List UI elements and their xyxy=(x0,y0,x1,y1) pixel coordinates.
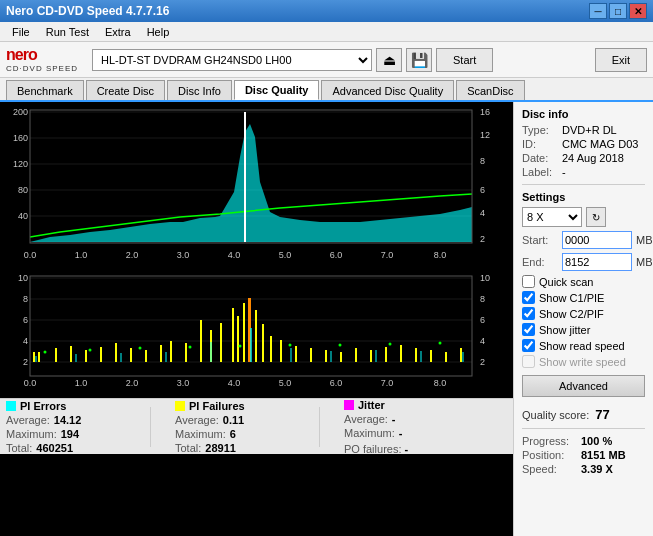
svg-rect-62 xyxy=(130,348,132,362)
svg-rect-76 xyxy=(270,336,272,362)
svg-text:7.0: 7.0 xyxy=(381,250,394,260)
close-button[interactable]: ✕ xyxy=(629,3,647,19)
legend: PI Errors Average: 14.12 Maximum: 194 To… xyxy=(0,398,513,454)
quick-scan-label: Quick scan xyxy=(539,276,593,288)
maximize-button[interactable]: □ xyxy=(609,3,627,19)
right-panel: Disc info Type: DVD+R DL ID: CMC MAG D03… xyxy=(513,102,653,536)
svg-text:5.0: 5.0 xyxy=(279,378,292,388)
svg-text:6: 6 xyxy=(480,315,485,325)
settings-refresh-icon[interactable]: ↻ xyxy=(586,207,606,227)
upper-chart: 200 160 120 80 40 16 12 8 6 4 2 0.0 1.0 … xyxy=(0,102,513,264)
po-failures-label: PO failures: xyxy=(344,443,401,455)
advanced-button[interactable]: Advanced xyxy=(522,375,645,397)
show-c2pif-row: Show C2/PIF xyxy=(522,307,645,320)
svg-text:10: 10 xyxy=(18,273,28,283)
pi-failures-avg-value: 0.11 xyxy=(223,414,244,426)
start-input[interactable] xyxy=(562,231,632,249)
tab-create-disc[interactable]: Create Disc xyxy=(86,80,165,100)
pi-errors-title: PI Errors xyxy=(20,400,66,412)
progress-value: 100 % xyxy=(581,435,612,447)
tab-disc-quality[interactable]: Disc Quality xyxy=(234,80,320,100)
disc-type-value: DVD+R DL xyxy=(562,124,617,136)
menu-help[interactable]: Help xyxy=(139,24,178,40)
svg-rect-103 xyxy=(210,342,212,362)
show-write-speed-checkbox xyxy=(522,355,535,368)
pi-failures-title: PI Failures xyxy=(189,400,245,412)
show-write-speed-label: Show write speed xyxy=(539,356,626,368)
minimize-button[interactable]: ─ xyxy=(589,3,607,19)
position-label: Position: xyxy=(522,449,577,461)
pi-errors-total-label: Total: xyxy=(6,442,32,454)
svg-rect-105 xyxy=(290,348,292,362)
window-controls: ─ □ ✕ xyxy=(589,3,647,19)
svg-rect-67 xyxy=(200,320,202,362)
svg-text:4: 4 xyxy=(23,336,28,346)
disc-id-value: CMC MAG D03 xyxy=(562,138,638,150)
svg-text:0.0: 0.0 xyxy=(24,378,37,388)
position-row: Position: 8151 MB xyxy=(522,449,645,461)
svg-rect-82 xyxy=(355,348,357,362)
svg-rect-100 xyxy=(75,354,77,362)
disc-date-value: 24 Aug 2018 xyxy=(562,152,624,164)
end-input[interactable] xyxy=(562,253,632,271)
lower-chart-svg: 10 8 6 4 2 10 8 6 4 2 0.0 1.0 2.0 3.0 4.… xyxy=(0,268,490,398)
nero-logo-text: nero xyxy=(6,46,78,64)
svg-rect-64 xyxy=(160,345,162,362)
eject-icon[interactable]: ⏏ xyxy=(376,48,402,72)
svg-rect-104 xyxy=(250,328,252,362)
show-c1pie-checkbox[interactable] xyxy=(522,291,535,304)
svg-rect-106 xyxy=(330,351,332,362)
svg-rect-74 xyxy=(255,310,257,362)
drive-selector[interactable]: HL-DT-ST DVDRAM GH24NSD0 LH00 xyxy=(92,49,372,71)
pi-errors-legend: PI Errors Average: 14.12 Maximum: 194 To… xyxy=(6,400,126,454)
po-failures-row: PO failures: - xyxy=(344,443,464,455)
save-icon[interactable]: 💾 xyxy=(406,48,432,72)
nero-logo: nero CD·DVD SPEED xyxy=(6,46,78,73)
svg-text:4: 4 xyxy=(480,336,485,346)
svg-text:10: 10 xyxy=(480,273,490,283)
pi-errors-avg-label: Average: xyxy=(6,414,50,426)
exit-button[interactable]: Exit xyxy=(595,48,647,72)
svg-rect-72 xyxy=(243,303,245,362)
po-failures-value: - xyxy=(405,443,409,455)
svg-rect-101 xyxy=(120,353,122,362)
disc-info-title: Disc info xyxy=(522,108,645,120)
svg-rect-70 xyxy=(232,308,234,362)
menu-file[interactable]: File xyxy=(4,24,38,40)
svg-text:4: 4 xyxy=(480,208,485,218)
svg-text:2: 2 xyxy=(23,357,28,367)
jitter-title: Jitter xyxy=(358,399,385,411)
svg-text:8.0: 8.0 xyxy=(434,378,447,388)
quick-scan-checkbox[interactable] xyxy=(522,275,535,288)
disc-label-value: - xyxy=(562,166,566,178)
progress-label: Progress: xyxy=(522,435,577,447)
svg-text:3.0: 3.0 xyxy=(177,378,190,388)
svg-text:2.0: 2.0 xyxy=(126,378,139,388)
menu-extra[interactable]: Extra xyxy=(97,24,139,40)
disc-label-label: Label: xyxy=(522,166,558,178)
speed-row: 8 X 4 X 2 X MAX ↻ xyxy=(522,207,645,227)
tab-disc-info[interactable]: Disc Info xyxy=(167,80,232,100)
svg-rect-99 xyxy=(35,356,37,362)
tab-benchmark[interactable]: Benchmark xyxy=(6,80,84,100)
show-jitter-checkbox[interactable] xyxy=(522,323,535,336)
svg-rect-77 xyxy=(280,340,282,362)
tab-scan-disc[interactable]: ScanDisc xyxy=(456,80,524,100)
pi-failures-total-label: Total: xyxy=(175,442,201,454)
tab-advanced-disc-quality[interactable]: Advanced Disc Quality xyxy=(321,80,454,100)
start-button[interactable]: Start xyxy=(436,48,493,72)
menu-run-test[interactable]: Run Test xyxy=(38,24,97,40)
show-c2pif-checkbox[interactable] xyxy=(522,307,535,320)
menu-bar: File Run Test Extra Help xyxy=(0,22,653,42)
svg-rect-88 xyxy=(445,352,447,362)
end-row: End: MB xyxy=(522,253,645,271)
svg-point-96 xyxy=(339,344,342,347)
svg-rect-63 xyxy=(145,350,147,362)
speed-selector[interactable]: 8 X 4 X 2 X MAX xyxy=(522,207,582,227)
svg-rect-60 xyxy=(100,347,102,362)
svg-text:2: 2 xyxy=(480,234,485,244)
svg-text:6.0: 6.0 xyxy=(330,250,343,260)
show-read-speed-checkbox[interactable] xyxy=(522,339,535,352)
svg-text:80: 80 xyxy=(18,185,28,195)
speed-stat-value: 3.39 X xyxy=(581,463,613,475)
